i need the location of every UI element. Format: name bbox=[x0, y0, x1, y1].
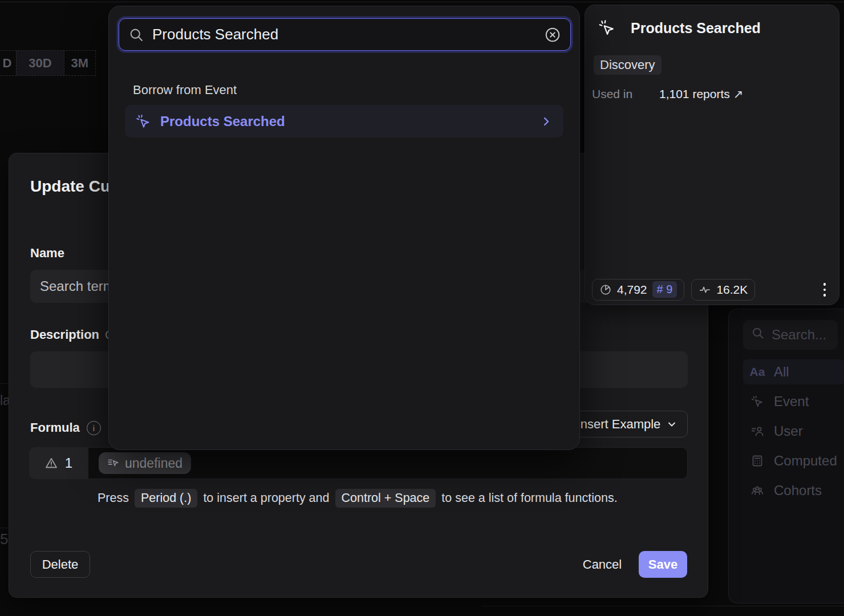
time-range-3m[interactable]: 3M bbox=[64, 51, 95, 75]
sidebar-item-label: Cohorts bbox=[774, 483, 822, 499]
user-icon bbox=[750, 424, 765, 438]
text-format-icon: Aa bbox=[750, 365, 765, 379]
chart-gridline bbox=[0, 528, 9, 528]
sidebar-item-event[interactable]: Event bbox=[743, 389, 844, 414]
event-result-label: Products Searched bbox=[160, 114, 285, 129]
warning-count: 1 bbox=[65, 455, 72, 471]
sidebar-item-label: Computed bbox=[774, 453, 837, 469]
borrow-event-dropdown: Borrow from Event Products Searched bbox=[108, 6, 580, 450]
sidebar-item-user[interactable]: User bbox=[743, 419, 844, 444]
event-count-value: 4,792 bbox=[617, 283, 647, 297]
formula-label-row: Formula i bbox=[30, 420, 101, 435]
sidebar-item-label: Event bbox=[774, 394, 809, 410]
cancel-button[interactable]: Cancel bbox=[571, 551, 634, 578]
search-icon bbox=[128, 27, 144, 43]
chart-gridline bbox=[0, 383, 9, 384]
helper-mid: to insert a property and bbox=[203, 491, 329, 505]
event-count-pill[interactable]: 4,792 # 9 bbox=[592, 279, 684, 301]
helper-end: to see a list of formula functions. bbox=[441, 491, 617, 505]
computed-icon bbox=[750, 454, 765, 468]
sidebar-item-all[interactable]: Aa All bbox=[743, 359, 844, 384]
activity-pulse-icon bbox=[699, 283, 711, 296]
sidebar-search-input[interactable]: Search... bbox=[743, 320, 838, 350]
sidebar-item-label: User bbox=[774, 423, 803, 439]
event-card-title: Products Searched bbox=[631, 20, 761, 37]
delete-button[interactable]: Delete bbox=[30, 551, 90, 578]
more-options-icon[interactable] bbox=[818, 278, 832, 301]
property-icon bbox=[107, 457, 120, 469]
screen: D 30D 3M la 5 Search... Aa All Event bbox=[0, 0, 844, 616]
event-detail-card: Products Searched Discovery Used in 1,10… bbox=[585, 5, 839, 305]
event-result-products-searched[interactable]: Products Searched bbox=[125, 105, 563, 137]
background-divider bbox=[0, 2, 844, 2]
kbd-period: Period (.) bbox=[135, 489, 197, 508]
event-icon bbox=[750, 395, 765, 408]
chevron-down-icon bbox=[666, 419, 677, 430]
used-in-row: Used in 1,101 reports ↗ bbox=[592, 87, 743, 101]
formula-editor: 1 undefined bbox=[29, 447, 688, 479]
save-button[interactable]: Save bbox=[639, 551, 687, 578]
insert-example-label: Insert Example bbox=[577, 417, 661, 432]
description-label-text: Description bbox=[30, 327, 99, 342]
event-stats-row: 4,792 # 9 16.2K bbox=[592, 278, 831, 301]
clear-search-icon[interactable] bbox=[544, 26, 561, 43]
background-divider bbox=[482, 606, 844, 606]
property-type-sidebar: Search... Aa All Event User bbox=[728, 309, 844, 603]
event-volume-pill[interactable]: 16.2K bbox=[691, 279, 755, 301]
search-icon bbox=[751, 326, 765, 343]
sidebar-item-computed[interactable]: Computed bbox=[743, 448, 844, 473]
formula-chip-label: undefined bbox=[125, 456, 182, 471]
event-card-header: Products Searched bbox=[598, 19, 761, 37]
sidebar-search-placeholder: Search... bbox=[772, 327, 826, 343]
sidebar-item-label: All bbox=[774, 364, 789, 380]
category-tag[interactable]: Discovery bbox=[594, 55, 662, 75]
formula-helper-text: Press Period (.) to insert a property an… bbox=[98, 489, 618, 508]
borrow-from-event-label: Borrow from Event bbox=[133, 83, 237, 98]
sidebar-filter-list: Aa All Event User Computed bbox=[743, 359, 844, 508]
insert-example-button[interactable]: Insert Example bbox=[567, 411, 688, 437]
info-icon[interactable]: i bbox=[87, 421, 101, 435]
formula-label: Formula bbox=[30, 420, 80, 435]
sidebar-item-cohorts[interactable]: Cohorts bbox=[743, 478, 844, 503]
time-range-30d[interactable]: 30D bbox=[16, 51, 63, 75]
cohorts-icon bbox=[750, 484, 765, 497]
event-search-box[interactable] bbox=[119, 18, 571, 51]
kbd-control-space: Control + Space bbox=[335, 489, 436, 508]
event-rank-badge: # 9 bbox=[652, 281, 677, 298]
formula-input[interactable]: undefined bbox=[88, 447, 688, 479]
time-range-selector: D 30D 3M bbox=[0, 50, 96, 76]
event-volume-value: 16.2K bbox=[716, 283, 748, 297]
chevron-right-icon bbox=[539, 115, 553, 128]
event-icon bbox=[598, 19, 616, 37]
used-in-value[interactable]: 1,101 reports bbox=[659, 87, 730, 101]
formula-property-chip[interactable]: undefined bbox=[99, 452, 191, 474]
time-range-7d[interactable]: D bbox=[0, 51, 16, 75]
pie-chart-icon bbox=[599, 283, 612, 296]
name-label: Name bbox=[30, 246, 64, 261]
warning-icon bbox=[44, 456, 58, 470]
helper-press: Press bbox=[98, 491, 129, 505]
event-search-input[interactable] bbox=[152, 26, 536, 43]
external-link-icon: ↗ bbox=[733, 87, 744, 101]
used-in-label: Used in bbox=[592, 87, 659, 101]
axis-label-fragment: 5 bbox=[0, 530, 8, 548]
event-icon bbox=[135, 114, 151, 129]
formula-warning-badge[interactable]: 1 bbox=[29, 447, 88, 479]
